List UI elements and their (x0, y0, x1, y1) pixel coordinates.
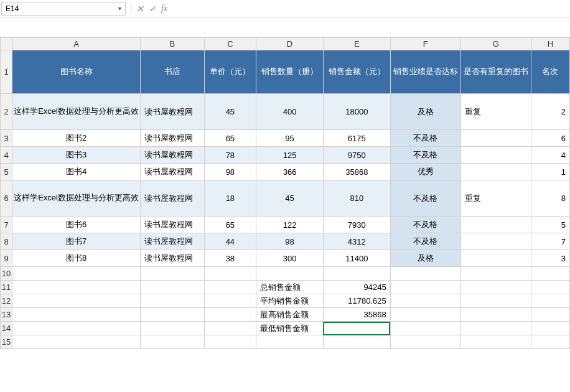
cell-book-name[interactable]: 图书6 (12, 217, 141, 233)
cell[interactable] (12, 308, 141, 322)
col-header-B[interactable]: B (140, 38, 204, 50)
cell-store[interactable]: 读书屋教程网 (140, 233, 204, 250)
cell[interactable] (390, 267, 460, 281)
cell[interactable] (460, 267, 531, 281)
cell-book-name[interactable]: 图书4 (12, 164, 141, 180)
row-header-7[interactable]: 7 (1, 217, 12, 233)
summary-value[interactable] (323, 322, 390, 335)
cell-price[interactable]: 18 (204, 180, 256, 217)
cell[interactable] (12, 335, 141, 349)
cell-store[interactable]: 读书屋教程网 (140, 147, 204, 164)
sheet-area[interactable]: A B C D E F G H 1图书名称书店单价（元）销售数量（册）销售金额（… (0, 37, 570, 349)
row-header-3[interactable]: 3 (1, 130, 12, 147)
cell-status[interactable]: 不及格 (390, 180, 460, 217)
summary-value[interactable]: 35868 (323, 308, 390, 322)
header-A[interactable]: 图书名称 (12, 50, 141, 94)
cell-amount[interactable]: 9750 (323, 147, 390, 164)
cell[interactable] (460, 308, 531, 322)
cell-status[interactable]: 及格 (390, 94, 460, 130)
cell[interactable] (531, 308, 569, 322)
cell-book-name[interactable]: 这样学Excel数据处理与分析更高效 (12, 94, 141, 130)
formula-input[interactable] (172, 2, 569, 16)
cell-rank[interactable]: 3 (531, 250, 569, 267)
row-header-6[interactable]: 6 (1, 180, 12, 217)
cell[interactable] (531, 281, 569, 294)
cell[interactable] (256, 335, 324, 349)
cell-store[interactable]: 读书屋教程网 (140, 164, 204, 180)
cell-status[interactable]: 不及格 (390, 217, 460, 233)
cell[interactable] (140, 267, 204, 281)
cell-rank[interactable]: 1 (531, 164, 569, 180)
cell-rank[interactable]: 5 (531, 217, 569, 233)
fx-icon[interactable]: fx (161, 4, 167, 14)
summary-label[interactable]: 最高销售金额 (256, 308, 324, 322)
cell[interactable] (390, 294, 460, 308)
cell-book-name[interactable]: 图书2 (12, 130, 141, 147)
cell-qty[interactable]: 122 (256, 217, 324, 233)
cell[interactable] (323, 267, 390, 281)
cell-qty[interactable]: 95 (256, 130, 324, 147)
cell-price[interactable]: 44 (204, 233, 256, 250)
cell-amount[interactable]: 11400 (323, 250, 390, 267)
cell-price[interactable]: 78 (204, 147, 256, 164)
cell[interactable] (460, 294, 531, 308)
row-header-1[interactable]: 1 (1, 50, 12, 94)
cell[interactable] (460, 322, 531, 335)
cell-duplicate[interactable] (460, 164, 531, 180)
cell-rank[interactable]: 6 (531, 130, 569, 147)
cell-book-name[interactable]: 图书7 (12, 233, 141, 250)
cell-status[interactable]: 不及格 (390, 233, 460, 250)
row-header-12[interactable]: 12 (1, 294, 12, 308)
cell-qty[interactable]: 98 (256, 233, 324, 250)
cell[interactable] (12, 267, 141, 281)
row-header-4[interactable]: 4 (1, 147, 12, 164)
row-header-11[interactable]: 11 (1, 281, 12, 294)
col-header-C[interactable]: C (204, 38, 256, 50)
cell-price[interactable]: 65 (204, 130, 256, 147)
row-header-14[interactable]: 14 (1, 322, 12, 335)
col-header-D[interactable]: D (256, 38, 324, 50)
cell-store[interactable]: 读书屋教程网 (140, 250, 204, 267)
cell[interactable] (204, 294, 256, 308)
cell[interactable] (323, 335, 390, 349)
header-F[interactable]: 销售业绩是否达标 (390, 50, 460, 94)
cell-rank[interactable]: 2 (531, 94, 569, 130)
cell-rank[interactable]: 4 (531, 147, 569, 164)
cell[interactable] (140, 335, 204, 349)
header-D[interactable]: 销售数量（册） (256, 50, 324, 94)
col-header-H[interactable]: H (531, 38, 569, 50)
summary-value[interactable]: 94245 (323, 281, 390, 294)
summary-label[interactable]: 平均销售金额 (256, 294, 324, 308)
cell[interactable] (460, 335, 531, 349)
cell-amount[interactable]: 7930 (323, 217, 390, 233)
cell-duplicate[interactable] (460, 250, 531, 267)
cell[interactable] (12, 322, 141, 335)
cell[interactable] (140, 308, 204, 322)
col-header-E[interactable]: E (323, 38, 390, 50)
confirm-icon[interactable]: ✓ (149, 4, 156, 14)
cell[interactable] (390, 335, 460, 349)
row-header-8[interactable]: 8 (1, 233, 12, 250)
cell[interactable] (531, 267, 569, 281)
name-box[interactable]: E14 ▾ (1, 2, 126, 16)
row-header-5[interactable]: 5 (1, 164, 12, 180)
cell[interactable] (204, 308, 256, 322)
cell[interactable] (140, 281, 204, 294)
cell-duplicate[interactable] (460, 130, 531, 147)
cell-duplicate[interactable] (460, 233, 531, 250)
cell[interactable] (256, 267, 324, 281)
cell[interactable] (12, 281, 141, 294)
cell[interactable] (204, 267, 256, 281)
cell[interactable] (390, 308, 460, 322)
cell[interactable] (12, 294, 141, 308)
cell-qty[interactable]: 125 (256, 147, 324, 164)
cell-amount[interactable]: 810 (323, 180, 390, 217)
row-header-2[interactable]: 2 (1, 94, 12, 130)
header-C[interactable]: 单价（元） (204, 50, 256, 94)
cell-price[interactable]: 65 (204, 217, 256, 233)
col-header-A[interactable]: A (12, 38, 141, 50)
cell-book-name[interactable]: 图书8 (12, 250, 141, 267)
cell-duplicate[interactable] (460, 147, 531, 164)
cell-amount[interactable]: 18000 (323, 94, 390, 130)
cell-book-name[interactable]: 图书3 (12, 147, 141, 164)
